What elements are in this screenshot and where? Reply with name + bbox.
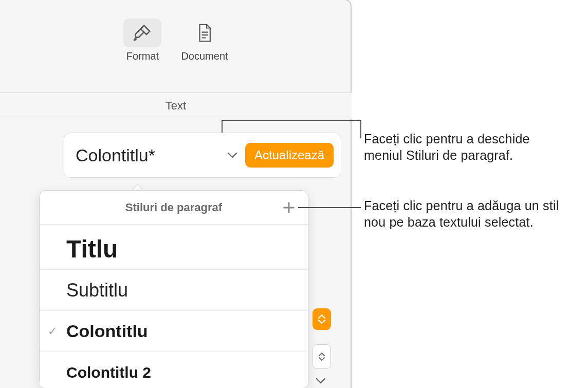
- callout-line: Faceți clic pentru a adăuga un stil: [364, 198, 559, 213]
- callout-line: meniul Stiluri de paragraf.: [364, 148, 513, 162]
- callout-line: nou pe baza textului selectat.: [364, 215, 534, 229]
- callout-line: Faceți clic pentru a deschide: [364, 132, 530, 146]
- callout-open-menu: Faceți clic pentru a deschide meniul Sti…: [364, 131, 580, 163]
- callout-add-style: Faceți clic pentru a adăuga un stil nou …: [364, 197, 585, 230]
